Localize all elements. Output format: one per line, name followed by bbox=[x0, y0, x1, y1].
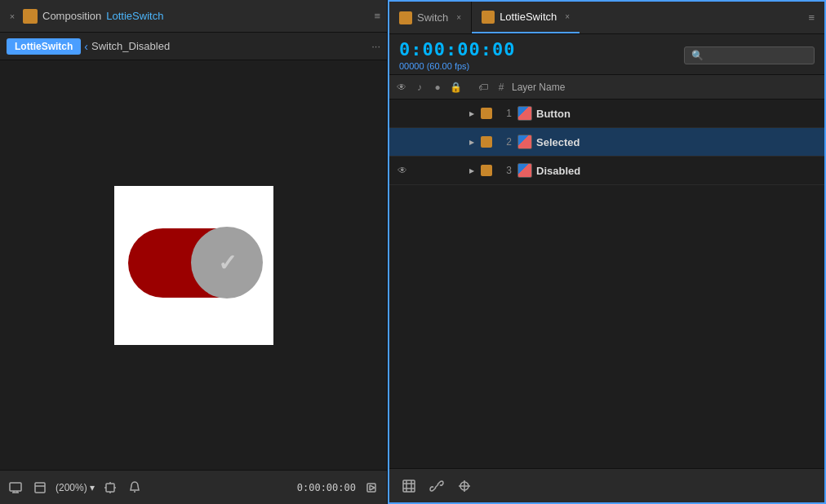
panel-title-static: Composition bbox=[42, 10, 101, 22]
layer-row[interactable]: 👁 ▶ 3 Disabled bbox=[389, 157, 824, 185]
layer-2-name: Selected bbox=[536, 136, 580, 148]
left-bottom-bar: (200%) ▾ 0:00:00:00 bbox=[0, 470, 387, 504]
breadcrumb-second: Switch_Disabled bbox=[91, 40, 170, 52]
layer-header-hash-icon: # bbox=[494, 80, 508, 95]
zoom-label: (200%) bbox=[56, 482, 87, 493]
tab-lottieswitch-label: LottieSwitch bbox=[500, 11, 557, 23]
layer-1-expand[interactable]: ▶ bbox=[466, 108, 477, 119]
align-btn[interactable] bbox=[455, 476, 474, 496]
right-panel-header: Switch × LottieSwitch × ≡ bbox=[389, 2, 824, 34]
layer-1-number: 1 bbox=[495, 108, 512, 119]
left-panel-menu-icon[interactable]: ≡ bbox=[374, 10, 380, 22]
svg-rect-16 bbox=[403, 480, 415, 492]
layer-header: 👁 ♪ ● 🔒 🏷 # Layer Name bbox=[389, 75, 824, 99]
checkmark-icon: ✓ bbox=[218, 250, 237, 276]
layer-1-name: Button bbox=[536, 108, 571, 120]
search-icon: 🔍 bbox=[691, 50, 704, 61]
breadcrumb-bar: LottieSwitch ‹ Switch_Disabled ··· bbox=[0, 33, 387, 60]
tab-lottieswitch[interactable]: LottieSwitch × bbox=[472, 2, 580, 33]
layer-header-visibility-icon: 👁 bbox=[394, 80, 409, 95]
layer-2-expand[interactable]: ▶ bbox=[466, 136, 477, 148]
left-panel-close-btn[interactable]: × bbox=[7, 11, 18, 22]
tab-switch-icon bbox=[399, 11, 412, 24]
tab-lottieswitch-close[interactable]: × bbox=[565, 12, 570, 21]
layer-header-circle-icon: ● bbox=[430, 80, 445, 95]
tab-switch-label: Switch bbox=[417, 11, 448, 24]
layer-header-lock-icon: 🔒 bbox=[448, 80, 463, 95]
panel-title-blue: LottieSwitch bbox=[106, 10, 163, 22]
svg-line-14 bbox=[370, 488, 375, 490]
svg-line-13 bbox=[370, 485, 375, 488]
canvas-area: ✓ bbox=[0, 60, 387, 470]
monitor-icon[interactable] bbox=[7, 479, 24, 497]
layer-header-tag-icon: 🏷 bbox=[476, 80, 491, 95]
layer-3-visibility[interactable]: 👁 bbox=[394, 162, 411, 179]
playback-icon[interactable] bbox=[362, 479, 380, 497]
layer-3-icon bbox=[517, 162, 533, 179]
timecode-area: 0:00:00:00 00000 (60.00 fps) 🔍 bbox=[389, 34, 824, 75]
layer-2-icon bbox=[517, 134, 533, 150]
layer-2-visibility[interactable] bbox=[394, 134, 411, 150]
timecode-main[interactable]: 0:00:00:00 bbox=[399, 39, 515, 60]
fit-icon[interactable] bbox=[101, 479, 119, 497]
link-btn[interactable] bbox=[427, 476, 446, 496]
tab-lottieswitch-icon bbox=[482, 11, 495, 24]
breadcrumb-dots[interactable]: ··· bbox=[371, 40, 380, 52]
zoom-dropdown-arrow[interactable]: ▾ bbox=[90, 482, 95, 493]
layer-name-header: Layer Name bbox=[512, 82, 565, 93]
layer-header-sound-icon: ♪ bbox=[412, 80, 427, 95]
layer-1-visibility[interactable] bbox=[394, 105, 411, 122]
timecode-sub: 00000 (60.00 fps) bbox=[399, 61, 515, 71]
frames-btn[interactable] bbox=[399, 476, 419, 496]
left-timecode: 0:00:00:00 bbox=[297, 482, 356, 493]
tab-switch-close[interactable]: × bbox=[456, 13, 461, 22]
layer-1-color bbox=[481, 108, 492, 119]
layer-3-expand[interactable]: ▶ bbox=[466, 165, 477, 176]
svg-rect-6 bbox=[106, 484, 114, 492]
svg-line-21 bbox=[435, 484, 438, 488]
timecode-search-row: 0:00:00:00 00000 (60.00 fps) 🔍 bbox=[399, 39, 815, 71]
svg-rect-4 bbox=[35, 483, 45, 493]
tab-switch[interactable]: Switch × bbox=[389, 2, 472, 33]
layer-3-name: Disabled bbox=[536, 165, 580, 177]
switch-graphic: ✓ bbox=[128, 228, 259, 302]
layer-list: ▶ 1 Button ▶ 2 Se bbox=[389, 99, 824, 468]
left-panel-header: × Composition LottieSwitch ≡ bbox=[0, 0, 387, 33]
search-box[interactable]: 🔍 bbox=[684, 46, 815, 64]
zoom-selector[interactable]: (200%) ▾ bbox=[56, 482, 95, 493]
bell-icon[interactable] bbox=[126, 479, 144, 497]
breadcrumb-active[interactable]: LottieSwitch bbox=[7, 38, 81, 55]
right-panel-menu[interactable]: ≡ bbox=[798, 11, 824, 24]
layer-3-color bbox=[481, 165, 492, 176]
layer-1-icon bbox=[517, 105, 533, 122]
layer-row[interactable]: ▶ 2 Selected bbox=[389, 128, 824, 157]
layer-3-number: 3 bbox=[495, 165, 512, 176]
layer-row[interactable]: ▶ 1 Button bbox=[389, 99, 824, 128]
right-bottom-bar bbox=[389, 468, 824, 502]
layer-2-color bbox=[481, 136, 492, 148]
svg-rect-0 bbox=[10, 483, 21, 491]
composition-canvas: ✓ bbox=[114, 186, 273, 345]
layer-2-number: 2 bbox=[495, 136, 512, 148]
breadcrumb-arrow: ‹ bbox=[84, 40, 88, 53]
switch-knob: ✓ bbox=[191, 227, 263, 298]
window-icon[interactable] bbox=[31, 479, 49, 497]
composition-icon bbox=[23, 9, 38, 24]
